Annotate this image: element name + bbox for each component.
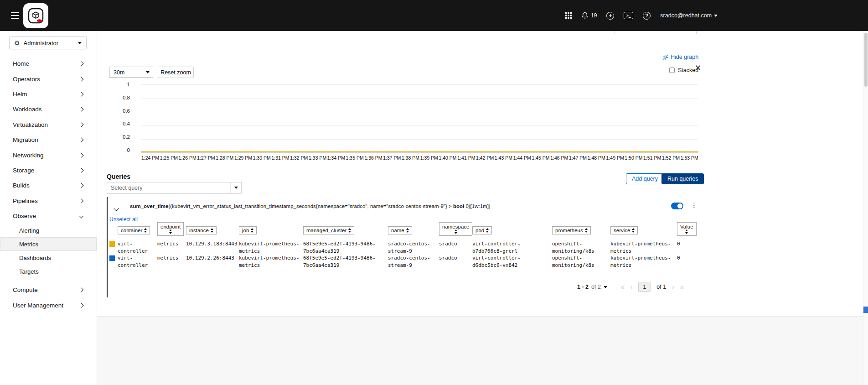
per-page-select[interactable]: 1 - 2 of 2 [577,284,607,290]
chevron-right-icon [79,122,84,127]
column-header-pod[interactable]: pod [472,226,492,234]
cell-job: kubevirt-prometheus-metrics [239,255,303,269]
web-terminal-button[interactable]: >_ [624,12,633,19]
stacked-checkbox[interactable] [669,68,675,73]
cell-instance: 10.129.3.183:8443 [186,240,239,255]
sidebar-item[interactable]: Pipelines [0,193,97,208]
sort-icon [585,228,588,233]
x-tick-label: 1:37 PM [383,155,401,161]
select-query-dropdown[interactable]: Select query [107,182,242,193]
import-button[interactable]: + [606,12,614,20]
x-tick-label: 1:29 PM [234,155,252,161]
sidebar-item[interactable]: User Management [0,298,97,313]
clipped-dropdown[interactable] [615,31,697,34]
sidebar-item[interactable]: Networking [0,147,97,162]
x-tick-label: 1:35 PM [346,155,364,161]
sort-icon [348,228,351,233]
sidebar-item[interactable]: Builds [0,178,97,193]
sort-icon [169,229,172,234]
hide-graph-link[interactable]: Hide graph [662,54,698,60]
metrics-graph[interactable] [141,84,698,153]
sidebar-item-metrics[interactable]: Metrics [0,237,97,251]
current-page-input[interactable]: 1 [638,282,651,292]
x-tick-label: 1:25 PM [160,155,178,161]
plus-circle-icon: + [606,12,614,20]
sidebar-item-alerting[interactable]: Alerting [0,224,97,237]
previous-page-button[interactable]: ‹ [630,284,633,290]
user-menu[interactable]: sradco@redhat.com [660,12,718,19]
reset-zoom-button[interactable]: Reset zoom [158,67,194,78]
add-query-button[interactable]: Add query [626,173,664,184]
time-range-value: 30m [110,69,124,76]
next-page-button[interactable]: › [672,284,674,290]
pagination-range: 1 - 2 [577,284,589,290]
sidebar-item-dashboards[interactable]: Dashboards [0,251,97,265]
query-expression[interactable]: sum_over_time((kubevirt_vm_error_status_… [130,203,568,210]
x-tick-label: 1:44 PM [513,155,531,161]
sort-icon [486,228,489,233]
time-range-select[interactable]: 30m [109,67,153,78]
last-page-button[interactable]: » [680,284,684,290]
sidebar-item[interactable]: Compute [0,282,97,297]
nav-toggle-button[interactable] [11,12,19,19]
y-axis-labels: 10.80.60.40.20 [111,82,130,153]
openshift-logo[interactable] [23,3,48,28]
column-header-value[interactable]: Value [677,222,697,236]
column-header-endpoint[interactable]: endpoint [157,222,184,236]
sidebar-item-observe[interactable]: Observe [0,208,97,224]
sidebar-item[interactable]: Workloads [0,102,97,117]
column-header-instance[interactable]: instance [186,226,217,234]
collapse-query-button[interactable] [114,204,118,212]
masthead-toolbar: 19 + >_ ? sradco@redhat.com [565,0,718,31]
column-header-name[interactable]: name [388,226,412,234]
column-header-prometheus[interactable]: prometheus [552,226,591,234]
scrollbar-thumb[interactable] [864,33,868,87]
caret-down-icon [142,67,153,78]
sidebar-item[interactable]: Storage [0,163,97,178]
vertical-scrollbar[interactable] [863,31,868,385]
chevron-right-icon [79,288,84,292]
sidebar-nav: Home Operators Helm Workloads [0,56,97,313]
sort-icon [455,229,457,234]
sidebar-item[interactable]: Virtualization [0,117,97,132]
run-queries-button[interactable]: Run queries [661,173,704,184]
sidebar: ⚙ Administrator Home Operators [0,31,97,385]
notification-bell-button[interactable]: 19 [581,12,597,19]
perspective-label: Administrator [24,40,59,47]
x-tick-label: 1:27 PM [197,155,215,161]
help-button[interactable]: ? [643,12,651,20]
chevron-right-icon [79,77,84,81]
chevron-right-icon [79,198,84,203]
y-tick-label: 0.2 [111,134,130,140]
x-tick-label: 1:47 PM [569,155,587,161]
column-header-job[interactable]: job [239,226,257,234]
x-tick-label: 1:39 PM [420,155,438,161]
query-kebab-menu[interactable]: ⋮ [689,201,699,209]
column-header-managed-cluster[interactable]: managed_cluster [303,226,354,234]
table-body: virt-controller metrics 10.129.3.183:844… [109,240,699,269]
sidebar-item[interactable]: Home [0,56,97,71]
sidebar-item-targets[interactable]: Targets [0,265,97,278]
cell-prometheus: openshift-monitoring/k8s [552,240,610,255]
query-block: sum_over_time((kubevirt_vm_error_status_… [107,197,698,297]
column-header-namespace[interactable]: namespace [439,222,472,236]
sidebar-item[interactable]: Operators [0,71,97,86]
cell-endpoint: metrics [157,255,186,269]
first-page-button[interactable]: « [621,284,625,290]
column-header-container[interactable]: container [118,226,150,234]
notification-count: 19 [591,12,597,19]
gear-icon: ⚙ [14,40,20,46]
sidebar-item[interactable]: Migration [0,132,97,147]
chevron-right-icon [79,303,84,307]
x-tick-label: 1:52 PM [662,155,680,161]
x-tick-label: 1:38 PM [402,155,419,161]
cell-value: 0 [677,255,699,269]
app-launcher-button[interactable] [565,12,572,19]
series-line-1 [141,151,698,152]
enable-query-toggle[interactable] [671,203,683,209]
total-pages-label: of 1 [656,284,666,290]
sidebar-item[interactable]: Helm [0,87,97,102]
column-header-service[interactable]: service [610,226,638,234]
sort-icon [632,228,635,233]
perspective-switcher[interactable]: ⚙ Administrator [9,36,87,49]
